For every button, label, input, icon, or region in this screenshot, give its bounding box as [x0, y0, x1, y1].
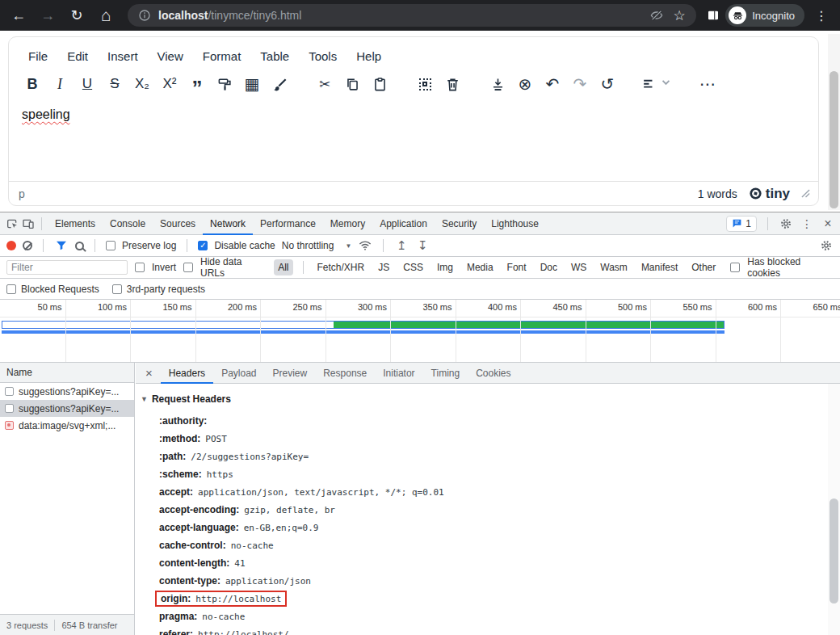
- strikethrough-button[interactable]: S: [101, 72, 128, 96]
- network-overview-timeline[interactable]: 50 ms100 ms150 ms200 ms250 ms300 ms350 m…: [0, 300, 840, 363]
- disclosure-triangle-icon[interactable]: ▼: [141, 395, 148, 403]
- word-count[interactable]: 1 words: [698, 187, 737, 200]
- tab-elements[interactable]: Elements: [48, 212, 103, 235]
- tab-performance[interactable]: Performance: [253, 212, 323, 235]
- detail-tab-payload[interactable]: Payload: [213, 363, 264, 384]
- detail-close-icon[interactable]: ×: [141, 366, 158, 380]
- filter-type-js[interactable]: JS: [374, 259, 393, 275]
- back-icon[interactable]: ←: [6, 3, 31, 27]
- page-scrollbar[interactable]: [828, 34, 840, 210]
- side-panel-icon[interactable]: [706, 8, 720, 23]
- record-icon[interactable]: [6, 241, 16, 250]
- copy-button[interactable]: [338, 72, 366, 96]
- menu-help[interactable]: Help: [348, 45, 389, 67]
- italic-button[interactable]: I: [46, 72, 74, 96]
- import-har-icon[interactable]: ↥: [394, 238, 409, 253]
- more-toolbar-button[interactable]: ⋯: [694, 72, 721, 96]
- undo-button[interactable]: ↶: [539, 72, 566, 96]
- tab-security[interactable]: Security: [435, 212, 484, 235]
- detail-tab-response[interactable]: Response: [315, 363, 375, 384]
- misspelled-word[interactable]: speeling: [22, 107, 70, 121]
- detail-tab-headers[interactable]: Headers: [161, 363, 213, 384]
- export-har-icon[interactable]: ↧: [415, 238, 430, 253]
- invert-checkbox[interactable]: [135, 263, 145, 272]
- info-icon[interactable]: [137, 8, 152, 23]
- bold-button[interactable]: B: [19, 72, 46, 96]
- forward-icon[interactable]: →: [36, 3, 60, 27]
- detail-tab-preview[interactable]: Preview: [265, 363, 316, 384]
- filter-funnel-icon[interactable]: [54, 238, 69, 253]
- menu-view[interactable]: View: [149, 45, 191, 67]
- tab-sources[interactable]: Sources: [153, 212, 203, 235]
- tiny-branding[interactable]: tiny: [749, 186, 790, 202]
- blocked-requests-checkbox[interactable]: [6, 284, 16, 294]
- brush-button[interactable]: [266, 72, 293, 96]
- delete-button[interactable]: [439, 72, 466, 96]
- request-row[interactable]: suggestions?apiKey=...: [0, 400, 134, 417]
- element-path[interactable]: p: [19, 187, 25, 200]
- detail-tab-initiator[interactable]: Initiator: [375, 363, 422, 384]
- scrollbar-thumb[interactable]: [830, 71, 838, 208]
- editor-content-area[interactable]: speeling: [9, 101, 818, 179]
- menu-edit[interactable]: Edit: [59, 45, 96, 67]
- filter-type-wasm[interactable]: Wasm: [596, 259, 632, 275]
- filter-input[interactable]: [6, 260, 128, 275]
- name-column-header[interactable]: Name: [0, 363, 134, 383]
- request-headers-section[interactable]: ▼ Request Headers: [141, 393, 828, 405]
- detail-tab-cookies[interactable]: Cookies: [468, 363, 519, 384]
- devtools-settings-icon[interactable]: [779, 217, 793, 231]
- subscript-button[interactable]: X₂: [128, 72, 156, 96]
- filter-type-css[interactable]: CSS: [399, 259, 427, 275]
- disable-cache-checkbox[interactable]: [198, 241, 208, 250]
- detail-scrollbar-thumb[interactable]: [830, 498, 838, 603]
- save-button[interactable]: [484, 72, 511, 96]
- filter-type-ws[interactable]: WS: [567, 259, 590, 275]
- preserve-log-checkbox[interactable]: [106, 241, 116, 250]
- tab-lighthouse[interactable]: Lighthouse: [484, 212, 546, 235]
- has-blocked-cookies-checkbox[interactable]: [730, 263, 740, 272]
- network-settings-icon[interactable]: [819, 238, 834, 253]
- request-row[interactable]: suggestions?apiKey=...: [0, 383, 134, 400]
- eye-blocked-icon[interactable]: [649, 8, 664, 23]
- filter-type-other[interactable]: Other: [687, 259, 720, 275]
- chrome-menu-icon[interactable]: ⋮: [809, 3, 834, 27]
- tab-console[interactable]: Console: [103, 212, 153, 235]
- address-bar[interactable]: localhost/tinymce/tiny6.html ☆: [128, 4, 696, 27]
- menu-file[interactable]: File: [20, 45, 56, 67]
- reload-icon[interactable]: ↻: [65, 3, 89, 27]
- request-row[interactable]: data:image/svg+xml;...: [0, 417, 134, 434]
- cut-button[interactable]: ✂: [311, 72, 338, 96]
- table-cell-background-button[interactable]: ▦: [238, 72, 266, 96]
- inspect-element-icon[interactable]: [5, 217, 19, 231]
- filter-type-manifest[interactable]: Manifest: [637, 259, 682, 275]
- home-icon[interactable]: ⌂: [94, 3, 118, 27]
- device-toolbar-icon[interactable]: [21, 217, 36, 231]
- clear-icon[interactable]: [23, 241, 32, 250]
- select-all-button[interactable]: [411, 72, 439, 96]
- third-party-checkbox[interactable]: [112, 284, 122, 294]
- filter-type-fetchxhr[interactable]: Fetch/XHR: [313, 259, 369, 275]
- filter-type-doc[interactable]: Doc: [536, 259, 561, 275]
- paint-roller-button[interactable]: [211, 72, 238, 96]
- filter-type-img[interactable]: Img: [433, 259, 457, 275]
- tab-memory[interactable]: Memory: [323, 212, 372, 235]
- underline-button[interactable]: U: [74, 72, 101, 96]
- paste-button[interactable]: [366, 72, 393, 96]
- tab-network[interactable]: Network: [203, 212, 253, 235]
- devtools-menu-icon[interactable]: ⋮: [800, 217, 814, 231]
- menu-tools[interactable]: Tools: [300, 45, 345, 67]
- network-conditions-icon[interactable]: [358, 238, 372, 253]
- menu-format[interactable]: Format: [195, 45, 250, 67]
- filter-type-all[interactable]: All: [274, 259, 292, 275]
- issues-badge[interactable]: 1: [726, 216, 757, 232]
- menu-table[interactable]: Table: [252, 45, 297, 67]
- filter-type-font[interactable]: Font: [503, 259, 531, 275]
- redo-button[interactable]: ↷: [566, 72, 594, 96]
- detail-tab-timing[interactable]: Timing: [423, 363, 468, 384]
- cancel-button[interactable]: ⊗: [511, 72, 539, 96]
- tab-application[interactable]: Application: [372, 212, 435, 235]
- detail-scrollbar[interactable]: [828, 384, 840, 635]
- search-icon[interactable]: [75, 242, 84, 250]
- blockquote-button[interactable]: ”: [183, 72, 211, 96]
- menu-insert[interactable]: Insert: [99, 45, 146, 67]
